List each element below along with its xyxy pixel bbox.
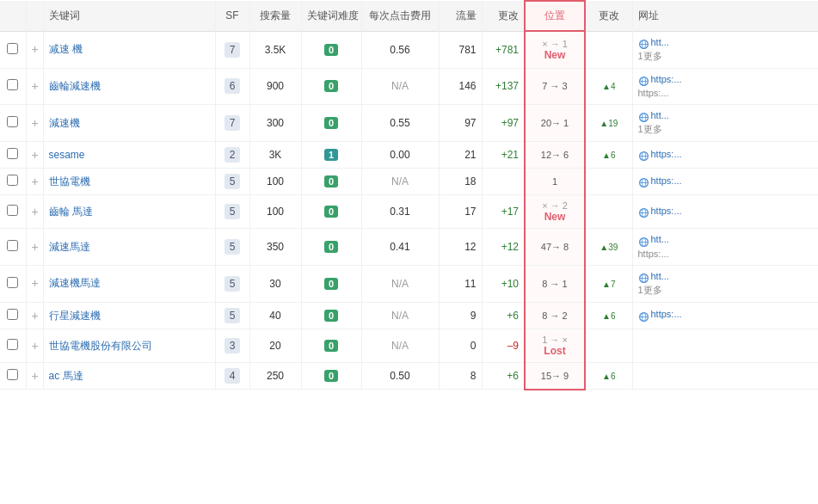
row-add-cell[interactable]: + — [26, 142, 43, 169]
traffic-cell: 9 — [439, 303, 482, 329]
header-kd[interactable]: 关键词难度 — [301, 1, 361, 31]
sf-cell: 2 — [215, 142, 249, 169]
table-row: +ac 馬達425000.508+615→ 9▲6 — [0, 363, 818, 390]
search-vol-cell: 250 — [249, 363, 301, 390]
keyword-link[interactable]: 齒輪 馬達 — [49, 206, 93, 218]
change-value: +6 — [507, 310, 519, 322]
row-checkbox-cell[interactable] — [0, 329, 26, 363]
url-link[interactable]: https:... — [651, 149, 682, 159]
row-checkbox-cell[interactable] — [0, 31, 26, 68]
url-more: https:... — [638, 88, 669, 98]
header-search-vol[interactable]: 搜索量 — [249, 1, 301, 31]
row-checkbox-cell[interactable] — [0, 105, 26, 142]
keyword-link[interactable]: 减速 機 — [49, 43, 83, 55]
row-checkbox[interactable] — [7, 79, 18, 90]
change2-cell: ▲6 — [585, 303, 632, 329]
header-change2[interactable]: 更改 — [585, 1, 632, 31]
row-checkbox-cell[interactable] — [0, 265, 26, 302]
row-add-cell[interactable]: + — [26, 169, 43, 195]
url-link[interactable]: https:... — [651, 206, 682, 216]
sf-cell: 5 — [215, 169, 249, 195]
header-change[interactable]: 更改 — [482, 1, 525, 31]
keyword-link[interactable]: 減速機馬達 — [49, 277, 101, 289]
url-link[interactable]: https:... — [651, 175, 682, 186]
row-checkbox-cell[interactable] — [0, 229, 26, 265]
row-add-cell[interactable]: + — [26, 195, 43, 229]
row-checkbox[interactable] — [7, 175, 18, 186]
change-value: +12 — [501, 241, 519, 253]
row-checkbox[interactable] — [7, 148, 18, 159]
change-cell: +17 — [482, 195, 525, 229]
add-keyword-button[interactable]: + — [32, 79, 39, 93]
url-link[interactable]: htt... — [651, 110, 669, 120]
add-keyword-button[interactable]: + — [32, 116, 39, 130]
row-checkbox-cell[interactable] — [0, 169, 26, 195]
row-add-cell[interactable]: + — [26, 31, 43, 68]
add-keyword-button[interactable]: + — [32, 309, 39, 323]
url-link[interactable]: https:... — [651, 74, 682, 84]
keyword-link[interactable]: 減速馬達 — [49, 241, 90, 253]
header-traffic[interactable]: 流量 — [439, 1, 482, 31]
add-keyword-button[interactable]: + — [32, 240, 39, 254]
keyword-link[interactable]: 齒輪減速機 — [49, 80, 101, 92]
row-checkbox[interactable] — [7, 43, 18, 54]
row-add-cell[interactable]: + — [26, 329, 43, 363]
row-checkbox[interactable] — [7, 240, 18, 251]
add-keyword-button[interactable]: + — [32, 148, 39, 162]
keyword-link[interactable]: 世協電機 — [49, 175, 90, 187]
row-add-cell[interactable]: + — [26, 68, 43, 104]
header-url[interactable]: 网址 — [632, 1, 818, 31]
row-checkbox[interactable] — [7, 369, 18, 380]
row-add-cell[interactable]: + — [26, 265, 43, 302]
keyword-link[interactable]: sesame — [49, 149, 85, 161]
sf-badge: 5 — [224, 308, 241, 323]
add-keyword-button[interactable]: + — [32, 369, 39, 383]
row-add-cell[interactable]: + — [26, 105, 43, 142]
position-value: 12→ 6 — [541, 150, 569, 160]
row-add-cell[interactable]: + — [26, 363, 43, 390]
kd-cell: 0 — [301, 31, 361, 68]
row-checkbox[interactable] — [7, 339, 18, 350]
position-cell: × → 2 New — [525, 195, 585, 229]
row-add-cell[interactable]: + — [26, 303, 43, 329]
row-checkbox[interactable] — [7, 205, 18, 216]
row-add-cell[interactable]: + — [26, 229, 43, 265]
traffic-cell: 12 — [439, 229, 482, 265]
keyword-link[interactable]: ac 馬達 — [49, 370, 83, 382]
add-keyword-button[interactable]: + — [32, 175, 39, 188]
cpc-cell: N/A — [361, 265, 439, 302]
row-checkbox[interactable] — [7, 277, 18, 288]
url-link[interactable]: https:... — [651, 309, 682, 319]
traffic-cell: 8 — [439, 363, 482, 390]
kd-badge: 0 — [324, 370, 338, 382]
sf-badge: 4 — [224, 368, 241, 384]
row-checkbox-cell[interactable] — [0, 68, 26, 104]
row-checkbox[interactable] — [7, 116, 18, 127]
header-cpc[interactable]: 每次点击费用 — [361, 1, 439, 31]
row-checkbox-cell[interactable] — [0, 142, 26, 169]
url-link[interactable]: htt... — [651, 234, 669, 244]
keyword-link[interactable]: 世協電機股份有限公司 — [49, 340, 152, 352]
header-position[interactable]: 位置 — [525, 1, 585, 31]
add-keyword-button[interactable]: + — [32, 205, 39, 218]
globe-icon — [638, 207, 649, 218]
row-checkbox-cell[interactable] — [0, 303, 26, 329]
add-keyword-button[interactable]: + — [32, 42, 39, 56]
keyword-link[interactable]: 減速機 — [49, 117, 80, 129]
traffic-cell: 21 — [439, 142, 482, 169]
add-keyword-button[interactable]: + — [32, 276, 39, 290]
row-checkbox-cell[interactable] — [0, 195, 26, 229]
traffic-cell: 781 — [439, 31, 482, 68]
keyword-link[interactable]: 行星減速機 — [49, 310, 101, 322]
keyword-cell: 减速 機 — [43, 31, 215, 68]
header-sf[interactable]: SF — [215, 1, 249, 31]
change-cell: +6 — [482, 303, 525, 329]
add-keyword-button[interactable]: + — [32, 339, 39, 353]
url-link[interactable]: htt... — [651, 37, 669, 47]
change-value: –9 — [507, 340, 519, 352]
row-checkbox[interactable] — [7, 309, 18, 320]
url-cell: htt...1更多 — [632, 31, 818, 68]
header-keyword[interactable]: 关键词 — [43, 1, 215, 31]
url-link[interactable]: htt... — [651, 271, 669, 281]
row-checkbox-cell[interactable] — [0, 363, 26, 390]
